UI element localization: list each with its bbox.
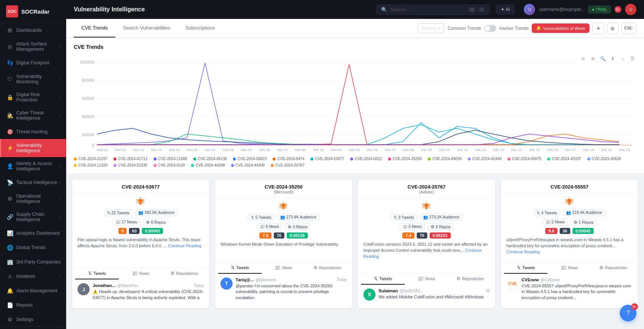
period-select[interactable]: Weekly ▾ (417, 23, 444, 33)
user-avatar-2[interactable]: U (625, 4, 636, 15)
sidebar-item-vulnerability-monitoring[interactable]: 🛡 Vulnerability Monitoring › (0, 70, 66, 88)
zoom-out-btn[interactable]: ⊖ (579, 55, 587, 63)
tab-subscriptions[interactable]: Subscriptions (178, 19, 222, 37)
search-chart-btn[interactable]: 🔍 (599, 55, 607, 63)
card-tab-tweets[interactable]: 𝕏 Tweets (75, 268, 119, 279)
card-tab-news[interactable]: 📰 News (548, 262, 591, 274)
sidebar-item-digital-footprint[interactable]: 👣 Digital Footprint (0, 56, 66, 70)
logo-abbrev: SOC (8, 9, 17, 14)
home-btn[interactable]: ⌂ (618, 55, 627, 63)
cve-card-CVE-2024-53677: CVE-2024-53677 🕷 𝕏 22 Tweets 👥 382.5K Au… (72, 179, 209, 308)
svg-text:Dec 03: Dec 03 (313, 148, 324, 152)
sidebar-item-attack-surface[interactable]: ◎ Attack Surface Management › (0, 37, 66, 56)
legend-dot (154, 157, 157, 161)
sidebar-label-vulnerability-monitoring: Vulnerability Monitoring (16, 74, 60, 84)
tweet-avatar: T (220, 278, 233, 290)
card-tab-repos[interactable]: ⚙ Repositories (591, 262, 635, 274)
card-tab-repos[interactable]: ⚙ Repositories (163, 268, 206, 279)
support-button[interactable]: ? 9+ (620, 305, 636, 321)
tweet-header: Jonathan... @SteeleFa... Today (93, 283, 204, 288)
username: username@example... (539, 7, 585, 12)
menu-btn[interactable]: ☰ (628, 55, 636, 63)
score-epss: 60 (129, 228, 140, 234)
card-tab-repos[interactable]: ⚙ Repositories (448, 273, 492, 285)
legend-label: CVE-2024-11320 (78, 163, 107, 167)
svg-text:Nov 22: Nov 22 (115, 148, 126, 152)
vuln-week-button[interactable]: 🔔 Vulnerabilities of Week (532, 23, 590, 33)
legend-item: CVE-2024-55875 (507, 157, 541, 161)
chevron-icon-tactical: › (60, 181, 61, 185)
tweet-name: CVEnew (521, 278, 539, 282)
continue-reading[interactable]: Continue Reading (168, 243, 202, 248)
search-box[interactable]: 🔍 ⌘ K (376, 5, 490, 15)
card-tab-tweets[interactable]: 𝕏 Tweets (361, 273, 405, 285)
sidebar-icon-vulnerability-intelligence: ⚡ (6, 145, 13, 151)
cve-desc: Windows Kernel-Mode Driver Elevation of … (220, 242, 347, 248)
svg-text:Dec 01: Dec 01 (277, 148, 288, 152)
sidebar-item-settings[interactable]: ⚙ Settings › (0, 312, 66, 327)
legend-item: CVE-2024-49039 (428, 157, 461, 161)
svg-text:Dec 18: Dec 18 (583, 148, 594, 152)
legend-label: CVE-2024-55875 (512, 157, 541, 161)
common-trends-toggle[interactable] (484, 25, 496, 32)
sidebar-item-reports[interactable]: 📄 Reports (0, 298, 66, 312)
chevron-icon-digital-risk: › (60, 95, 61, 100)
continue-reading[interactable]: Continue Reading (363, 248, 482, 259)
chevron-icon-attack-surface: › (60, 45, 61, 49)
card-tab-tweets[interactable]: 𝕏 Tweets (218, 262, 262, 274)
chart-legend: CVE-2024-21287CVE-2024-41713CVE-2024-116… (74, 157, 636, 167)
content-area: CVE TrendsSearch VulnerabilitiesSubscrip… (66, 19, 644, 329)
legend-item: CVE-2024-9474 (273, 157, 304, 161)
cve-icon-btn[interactable]: CVE↑ (621, 23, 636, 34)
sidebar-item-alarm[interactable]: 🔔 Alarm Management (0, 284, 66, 298)
legend-dot (547, 157, 550, 161)
sidebar-item-company-settings[interactable]: 🏠 Company Settings (0, 327, 66, 329)
card-tab-tweets[interactable]: 𝕏 Tweets (504, 262, 548, 274)
notification-badge[interactable]: 9+ (615, 6, 621, 13)
tweet-content: Sulaiman @byt3n33d... 3d We added #Adobe… (379, 288, 490, 301)
tab-search-vuln[interactable]: Search Vulnerabilities (115, 19, 178, 37)
legend-dot (273, 157, 276, 161)
sidebar-item-digital-risk[interactable]: 🔒 Digital Risk Protection › (0, 88, 66, 106)
sidebar-item-tactical[interactable]: 📡 Tactical Intelligence › (0, 175, 66, 190)
zoom-in-btn[interactable]: ⊕ (589, 55, 597, 63)
chart-controls: ⊖ ⊕ 🔍 ⬇ ⌂ ☰ (579, 55, 636, 63)
search-k: K (479, 7, 485, 12)
card-tab-news[interactable]: 📰 News (262, 262, 305, 274)
continue-reading[interactable]: Continue Reading (506, 249, 540, 254)
stats-row-2: 📰 6 News ⚙ 0 Repos (220, 223, 347, 230)
plus-icon-btn[interactable]: ⊕ (607, 23, 618, 34)
search-icon: 🔍 (381, 7, 387, 12)
sidebar-item-operational[interactable]: ⚙ Operational Intelligence › (0, 190, 66, 208)
sidebar-item-threat-hunting[interactable]: 🎯 Threat Hunting (0, 125, 66, 139)
card-tab-news[interactable]: 📰 News (119, 268, 162, 279)
user-avatar[interactable]: U (524, 4, 535, 15)
repos-stat: ⚙ 6 Repos (143, 218, 169, 226)
card-tab-repos[interactable]: ⚙ Repositories (306, 262, 349, 274)
download-btn[interactable]: ⬇ (608, 55, 617, 63)
legend-label: CVE-2024-45337 (552, 157, 581, 161)
score-badges: 7.4 70 0.96201 (363, 232, 490, 239)
sidebar-item-global-trends[interactable]: 🌐 Global Trends (0, 240, 66, 255)
score-badges: 7.8 70 0.00126 (220, 232, 347, 239)
ai-button[interactable]: ✦ AI (496, 5, 515, 14)
search-input[interactable] (390, 7, 465, 12)
sidebar-item-identity-access[interactable]: 👤 Identity & Access Intelligence › (0, 157, 66, 175)
main-area: Vulnerability Intelligence 🔍 ⌘ K ✦ AI U … (66, 0, 644, 329)
sidebar-item-incidents[interactable]: ⚠ Incidents › (0, 269, 66, 284)
tweet-name: Tariq@... (236, 278, 254, 282)
legend-label: CVE-2024-44308 (196, 163, 225, 167)
score-extra: 0.00045 (573, 228, 594, 234)
card-tab-news[interactable]: 📰 News (405, 273, 448, 285)
sidebar-item-analytics[interactable]: 📊 Analytics Dashboard (0, 226, 66, 240)
chevron-down-icon: ▾ (438, 26, 440, 31)
sidebar-item-cyber-threat[interactable]: 🕵 Cyber Threat Intelligence › (0, 106, 66, 125)
trial-status[interactable]: ● TRIAL (588, 6, 611, 13)
tab-cve-trends[interactable]: CVE Trends (74, 19, 115, 37)
sidebar-label-threat-hunting: Threat Hunting (16, 129, 61, 134)
sidebar-item-vulnerability-intelligence[interactable]: ⚡ Vulnerability Intelligence (0, 139, 66, 157)
sun-icon-btn[interactable]: ☀ (593, 23, 604, 34)
sidebar-item-3rd-party[interactable]: 🏢 3rd Party Companies (0, 255, 66, 269)
sidebar-item-supply-chain[interactable]: 🔗 Supply Chain Intelligence › (0, 208, 66, 226)
sidebar-item-dashboards[interactable]: ⊞ Dashboards (0, 23, 66, 37)
